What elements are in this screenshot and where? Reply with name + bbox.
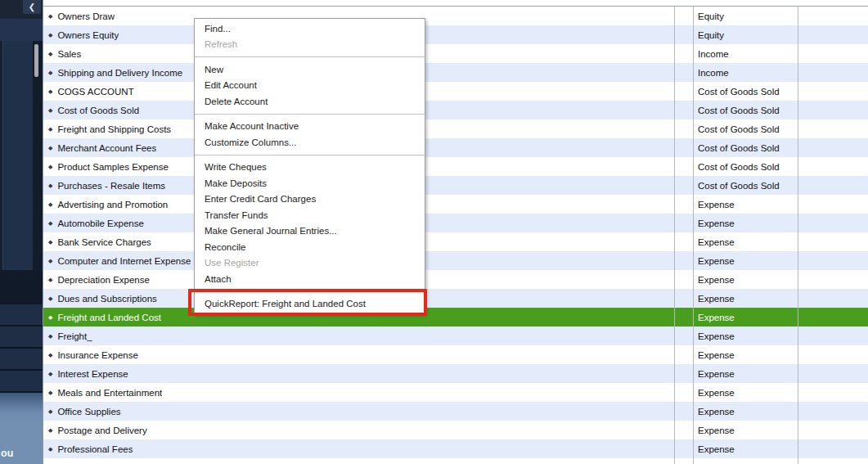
attachment-cell	[674, 364, 693, 383]
account-row[interactable]: ◆ Rent Expense Expense	[43, 458, 868, 464]
menu-item-find[interactable]: Find...	[195, 20, 425, 37]
account-row[interactable]: ◆ Insurance Expense Expense	[43, 345, 868, 364]
account-row[interactable]: ◆ Automobile Expense Expense	[43, 214, 868, 232]
balance-cell	[798, 119, 868, 138]
menu-item-quickreport-freight-and-landed-cost[interactable]: QuickReport: Freight and Landed Cost	[195, 296, 425, 313]
collapse-sidebar-button[interactable]: ❮	[23, 0, 41, 14]
account-name: Interest Expense	[57, 369, 128, 379]
account-row[interactable]: ◆ Dues and Subscriptions Expense	[43, 289, 868, 308]
account-row[interactable]: ◆ Owners Draw Equity	[43, 7, 868, 25]
account-row[interactable]: ◆ Postage and Delivery Expense	[43, 421, 868, 439]
menu-item-customize-columns[interactable]: Customize Columns...	[195, 134, 425, 151]
balance-cell	[798, 176, 868, 195]
account-row[interactable]: ◆ COGS ACCOUNT Cost of Goods Sold	[43, 82, 868, 101]
quickbooks-chart-of-accounts-window: ❮ ou ◆ Owners Draw Equity ◆ Owners Equit…	[0, 0, 868, 464]
account-row[interactable]: ◆ Depreciation Expense Expense	[43, 270, 868, 289]
sidebar-row[interactable]	[0, 349, 43, 371]
account-name: Office Supplies	[57, 407, 120, 417]
attachment-cell	[674, 82, 693, 101]
account-name: Owners Equity	[57, 30, 119, 40]
chart-of-accounts-list: ◆ Owners Draw Equity ◆ Owners Equity Equ…	[43, 0, 868, 464]
account-row[interactable]: ◆ Interest Expense Expense	[43, 364, 868, 383]
account-type-cell: Expense	[693, 308, 798, 327]
sidebar-row[interactable]	[0, 327, 43, 349]
attachment-cell	[674, 402, 693, 421]
account-name: Freight and Shipping Costs	[57, 124, 171, 134]
balance-cell	[798, 383, 868, 402]
account-type-cell: Cost of Goods Sold	[693, 101, 798, 119]
menu-separator	[195, 155, 425, 155]
account-row[interactable]: ◆ Freight_ Expense	[43, 327, 868, 345]
attachment-cell	[674, 25, 693, 44]
attachment-cell	[674, 458, 693, 464]
diamond-bullet-icon: ◆	[48, 220, 52, 227]
account-name: Shipping and Delivery Income	[57, 68, 182, 78]
account-row[interactable]: ◆ Freight and Shipping Costs Cost of Goo…	[43, 119, 868, 138]
account-row[interactable]: ◆ Purchases - Resale Items Cost of Goods…	[43, 176, 868, 195]
account-type-cell: Cost of Goods Sold	[693, 176, 798, 195]
attachment-cell	[674, 327, 693, 345]
menu-item-use-register: Use Register	[195, 255, 425, 272]
sidebar-row[interactable]	[0, 371, 43, 393]
account-name: Advertising and Promotion	[57, 200, 168, 209]
balance-cell	[798, 25, 868, 44]
account-row[interactable]: ◆ Freight and Landed Cost Expense	[43, 308, 868, 327]
balance-cell	[798, 7, 868, 25]
account-name: Product Samples Expense	[57, 162, 169, 172]
balance-cell	[798, 327, 868, 345]
account-row[interactable]: ◆ Sales Income	[43, 44, 868, 63]
account-row[interactable]: ◆ Product Samples Expense Cost of Goods …	[43, 157, 868, 176]
diamond-bullet-icon: ◆	[48, 32, 52, 38]
menu-item-reconcile[interactable]: Reconcile	[195, 239, 425, 255]
account-type-cell: Cost of Goods Sold	[693, 82, 798, 101]
attachment-cell	[674, 232, 693, 251]
balance-cell	[798, 364, 868, 383]
account-row[interactable]: ◆ Computer and Internet Expense Expense	[43, 251, 868, 270]
menu-item-attach[interactable]: Attach	[195, 271, 425, 287]
account-row[interactable]: ◆ Bank Service Charges Expense	[43, 232, 868, 251]
diamond-bullet-icon: ◆	[48, 427, 52, 434]
account-row[interactable]: ◆ Meals and Entertainment Expense	[43, 383, 868, 402]
account-name: Computer and Internet Expense	[57, 256, 191, 266]
account-type-cell: Expense	[693, 383, 798, 402]
sidebar-scrollbar-thumb[interactable]	[34, 44, 38, 77]
menu-item-new[interactable]: New	[195, 61, 425, 78]
menu-item-transfer-funds[interactable]: Transfer Funds	[195, 207, 425, 223]
menu-item-write-cheques[interactable]: Write Cheques	[195, 160, 425, 176]
account-row[interactable]: ◆ Cost of Goods Sold Cost of Goods Sold	[43, 101, 868, 119]
account-name-cell: ◆ Insurance Expense	[43, 345, 674, 364]
menu-item-delete-account[interactable]: Delete Account	[195, 93, 425, 110]
account-type-cell: Expense	[693, 270, 798, 289]
balance-cell	[798, 308, 868, 327]
diamond-bullet-icon: ◆	[48, 314, 52, 321]
account-name-cell: ◆ Professional Fees	[43, 439, 674, 458]
menu-item-make-deposits[interactable]: Make Deposits	[195, 175, 425, 191]
account-name: COGS ACCOUNT	[57, 87, 133, 97]
menu-item-enter-credit-card-charges[interactable]: Enter Credit Card Charges	[195, 191, 425, 208]
menu-item-make-account-inactive[interactable]: Make Account Inactive	[195, 119, 425, 135]
account-row[interactable]: ◆ Owners Equity Equity	[43, 25, 868, 44]
balance-cell	[798, 101, 868, 119]
account-row[interactable]: ◆ Office Supplies Expense	[43, 402, 868, 421]
account-row[interactable]: ◆ Advertising and Promotion Expense	[43, 195, 868, 214]
account-type-cell: Expense	[693, 232, 798, 251]
sidebar-row-group	[0, 304, 43, 393]
balance-cell	[798, 63, 868, 82]
diamond-bullet-icon: ◆	[48, 164, 52, 170]
attachment-cell	[674, 421, 693, 439]
attachment-cell	[674, 176, 693, 195]
account-row[interactable]: ◆ Merchant Account Fees Cost of Goods So…	[43, 138, 868, 157]
account-type-cell: Income	[693, 63, 798, 82]
diamond-bullet-icon: ◆	[48, 239, 52, 246]
account-name-cell: ◆ Postage and Delivery	[43, 421, 674, 439]
balance-cell	[798, 232, 868, 251]
account-row[interactable]: ◆ Shipping and Delivery Income Income	[43, 63, 868, 82]
balance-cell	[798, 421, 868, 439]
attachment-cell	[674, 157, 693, 176]
menu-item-edit-account[interactable]: Edit Account	[195, 78, 425, 94]
diamond-bullet-icon: ◆	[48, 333, 52, 340]
sidebar-row[interactable]	[0, 304, 43, 327]
account-row[interactable]: ◆ Professional Fees Expense	[43, 439, 868, 458]
account-type-cell: Expense	[693, 195, 798, 214]
menu-item-make-general-journal-entries[interactable]: Make General Journal Entries...	[195, 223, 425, 240]
